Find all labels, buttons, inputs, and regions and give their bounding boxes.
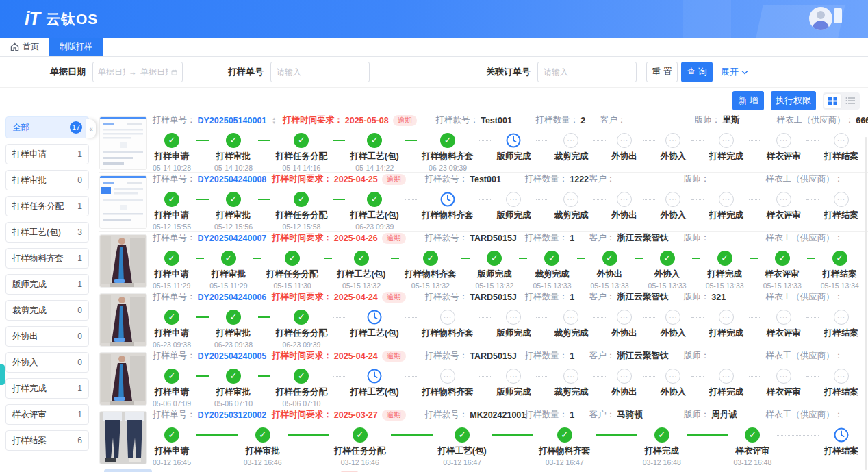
sidebar-status-item[interactable]: 打样审批 0	[5, 170, 89, 190]
step-time: 05-15 11:30	[273, 282, 311, 290]
step-connector	[405, 376, 417, 377]
workflow-step: ✓ 打样完成 03-12 16:48	[643, 427, 681, 467]
style-no-value: Test001	[481, 116, 512, 125]
step-connector	[288, 434, 329, 436]
card-view-button[interactable]	[824, 94, 841, 108]
sample-thumbnail[interactable]	[99, 175, 147, 229]
order-no-field: 打样单号： DY202504240006	[153, 291, 266, 303]
workflow-step: ✓ 打样物料齐套 06-23 09:39	[422, 133, 474, 172]
style-no-field: 打样款号： Test001	[425, 173, 506, 185]
step-done-icon: ✓	[294, 192, 309, 207]
step-connector	[461, 258, 470, 259]
pattern-maker-label: 版师：	[684, 350, 710, 362]
search-button[interactable]: 查 询	[681, 62, 713, 82]
step-label: 裁剪完成	[535, 269, 569, 280]
workflow-step: ✓ 打样审批 05-14 10:28	[214, 133, 253, 172]
sample-thumbnail[interactable]	[99, 293, 147, 347]
step-connector	[196, 258, 204, 259]
sidebar-status-item[interactable]: 打样完成 1	[5, 378, 89, 399]
step-label: 外协入	[661, 210, 687, 221]
expand-link[interactable]: 展开	[721, 66, 748, 78]
sidebar-status-item[interactable]: 裁剪完成 0	[5, 300, 89, 321]
qty-label: 打样数量：	[525, 409, 568, 421]
qty-label: 打样数量：	[525, 350, 568, 362]
sidebar-item-count: 0	[77, 306, 82, 315]
sidebar-status-item[interactable]: 打样结案 6	[5, 430, 89, 451]
order-no-link[interactable]: DY202505140001	[198, 116, 267, 125]
workflow-step: ✓ 打样任务分配 05-15 11:30	[267, 251, 318, 290]
step-time: 05-15 13:33	[763, 282, 802, 290]
order-no-link[interactable]: DY202503120002	[198, 410, 267, 420]
step-done-icon: ✓	[544, 251, 559, 266]
order-no-link[interactable]: DY202504240008	[198, 175, 267, 184]
sidebar-status-item[interactable]: 打样物料齐套 1	[5, 248, 89, 269]
sample-thumbnail[interactable]	[99, 352, 147, 406]
step-time: 05-06 07:10	[214, 399, 253, 408]
sidebar-status-item[interactable]: 版师完成 1	[5, 274, 89, 295]
reset-button[interactable]: 重 置	[646, 62, 678, 82]
workflow-step: 打样工艺(包)	[350, 369, 399, 398]
sample-thumbnail[interactable]	[99, 234, 147, 288]
sidebar-status-item[interactable]: 打样任务分配 1	[5, 196, 89, 216]
step-label: 裁剪完成	[554, 327, 588, 339]
partial-next-row	[99, 467, 868, 472]
add-button[interactable]: 新 增	[732, 91, 764, 110]
sample-no-input[interactable]	[270, 62, 370, 82]
order-no-label: 打样单号：	[153, 409, 196, 421]
workflow-step: ··· 打样结案	[824, 369, 858, 398]
step-connector	[258, 375, 270, 377]
user-avatar[interactable]	[809, 7, 832, 30]
scrollbar[interactable]	[865, 137, 867, 470]
related-order-input[interactable]	[537, 62, 637, 82]
step-time: 05-15 13:33	[706, 282, 744, 290]
order-no-link[interactable]: DY202504240005	[198, 351, 267, 361]
sample-thumbnail[interactable]	[99, 411, 147, 464]
sidebar-status-item[interactable]: 全部 17	[5, 116, 89, 138]
step-time: 03-12 16:46	[244, 458, 282, 467]
order-no-link[interactable]: DY202504240006	[198, 293, 267, 302]
row-main: 打样单号： DY202503120002 打样时间要求： 2025-03-27 …	[147, 409, 858, 467]
step-done-icon: ✓	[294, 133, 309, 148]
tab-home[interactable]: 首页	[0, 38, 49, 56]
sample-worker-field: 样衣工（供应商）：	[766, 173, 845, 185]
sidebar-status-item[interactable]: 外协出 0	[5, 326, 89, 347]
date-start-placeholder: 单据日期...	[98, 66, 125, 78]
step-connector	[749, 199, 761, 200]
row-main: 打样单号： DY202504240006 打样时间要求： 2025-04-24 …	[147, 291, 858, 349]
sidebar-status-item[interactable]: 样衣评审 1	[5, 404, 89, 425]
list-view-button[interactable]	[841, 94, 858, 108]
main-content: 全部 17 打样申请 1 打样审批 0 打样任务分配 1 打样工艺(包) 3 打…	[0, 114, 868, 472]
rows-container: 打样单号： DY202505140001 ▲▼ 打样时间要求： 2025-05-…	[99, 114, 868, 467]
sidebar-status-item[interactable]: 打样申请 1	[5, 144, 89, 164]
step-connector	[593, 376, 606, 377]
tab-pattern-sampling[interactable]: 制版打样	[49, 38, 103, 56]
step-connector	[333, 376, 345, 377]
step-label: 样衣评审	[767, 210, 801, 221]
home-icon	[10, 42, 19, 51]
side-drawer-handle[interactable]	[0, 364, 5, 385]
step-pending-icon: ···	[506, 369, 521, 384]
step-label: 打样物料齐套	[422, 151, 474, 162]
sidebar-item-label: 打样任务分配	[12, 201, 64, 212]
sidebar-status-item[interactable]: 外协入 0	[5, 352, 89, 373]
sidebar-item-count: 0	[77, 358, 82, 367]
exec-permission-button[interactable]: 执行权限	[771, 91, 816, 110]
workflow-step: ··· 版师完成	[496, 310, 531, 339]
sidebar-collapse-handle[interactable]: «	[86, 119, 96, 138]
step-done-icon: ✓	[455, 427, 470, 443]
step-done-icon: ✓	[832, 251, 847, 266]
sample-thumbnail[interactable]	[99, 116, 147, 170]
step-label: 打样完成	[709, 210, 743, 221]
order-no-field: 打样单号： DY202504240007	[153, 232, 266, 244]
order-no-link[interactable]: DY202504240007	[198, 234, 267, 243]
overdue-badge: 逾期	[393, 115, 417, 126]
step-done-icon: ✓	[440, 133, 455, 148]
step-connector	[405, 140, 417, 141]
sidebar-status-item[interactable]: 打样工艺(包) 3	[5, 222, 89, 243]
pattern-maker-label: 版师：	[684, 409, 710, 421]
qty-field: 打样数量： 1	[525, 409, 570, 421]
step-label: 打样结案	[824, 151, 858, 162]
step-done-icon: ✓	[285, 251, 300, 266]
sort-carets[interactable]: ▲▼	[272, 116, 276, 125]
date-range-picker[interactable]: 单据日期... → 单据日期...	[92, 62, 183, 82]
